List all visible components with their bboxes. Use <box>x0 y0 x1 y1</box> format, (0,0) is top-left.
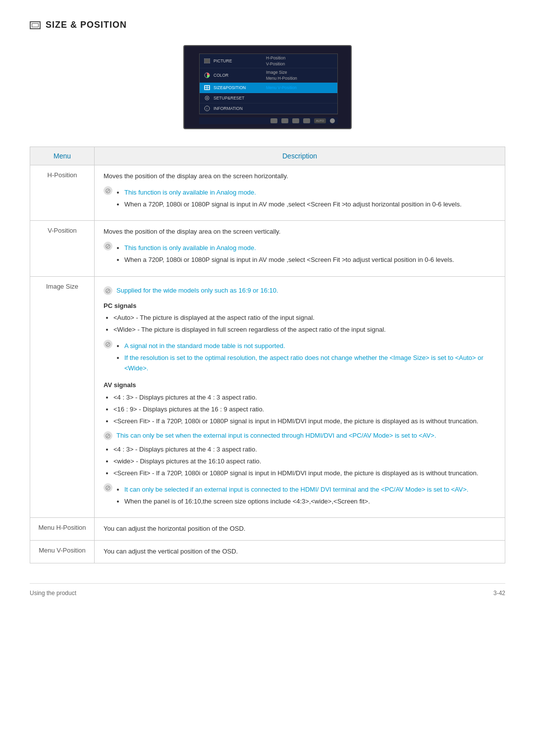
menu-cell-menu-h: Menu H-Position <box>30 518 95 541</box>
menu-cell-h-position: H-Position <box>30 165 95 221</box>
footer-right: 3-42 <box>493 590 505 597</box>
image-size-top-note-line: Supplied for the wide models only such a… <box>104 286 496 296</box>
table-row-v-position: V-Position Moves the position of the dis… <box>30 221 505 276</box>
osd-label-information: INFORMATION <box>214 106 263 111</box>
h-pos-intro: Moves the position of the display area o… <box>104 171 496 182</box>
size-icon-osd <box>204 84 211 91</box>
image-size-top-note: Supplied for the wide models only such a… <box>116 286 278 296</box>
note-icon-img-top <box>104 286 112 295</box>
pc-note2: If the resolution is set to the optimal … <box>124 354 483 372</box>
col-header-menu: Menu <box>30 147 95 165</box>
footer-left: Using the product <box>30 590 76 597</box>
page-title-area: SIZE & POSITION <box>30 20 505 30</box>
av2-bullet-wide: <wide> - Displays pictures at the 16:10 … <box>113 456 496 467</box>
v-pos-note-line: This function is only available in Analo… <box>104 241 496 267</box>
desc-cell-h-position: Moves the position of the display area o… <box>95 165 505 221</box>
osd-btn-auto: AUTO <box>314 118 326 123</box>
table-row-menu-h-position: Menu H-Position You can adjust the horiz… <box>30 518 505 541</box>
col-header-desc: Description <box>95 147 505 165</box>
menu-cell-menu-v: Menu V-Position <box>30 541 95 563</box>
color-icon <box>204 72 211 79</box>
av-bullet-169: <16 : 9> - Displays pictures at the 16 :… <box>113 404 496 415</box>
table-row-image-size: Image Size Supplied for the wide models … <box>30 276 505 518</box>
h-pos-note-line: This function is only available in Analo… <box>104 186 496 212</box>
av2-bullet-43: <4 : 3> - Displays pictures at the 4 : 3… <box>113 445 496 455</box>
note-icon-h1 <box>104 186 112 195</box>
osd-row-information: i INFORMATION <box>200 103 337 114</box>
page-title: SIZE & POSITION <box>46 20 127 30</box>
pc-bullet-auto: <Auto> - The picture is displayed at the… <box>113 313 496 323</box>
osd-row-picture: PICTURE H-Position V-Position <box>200 54 337 68</box>
monitor-display: PICTURE H-Position V-Position COLOR Imag… <box>183 45 352 129</box>
svg-text:i: i <box>207 107 208 110</box>
osd-submenu-h-position: H-Position <box>266 55 285 60</box>
desc-cell-menu-h: You can adjust the horizontal position o… <box>95 518 505 541</box>
note-icon-pc <box>104 340 112 349</box>
av-signals-label: AV signals <box>104 380 496 391</box>
pc-note-block: A signal not in the standard mode table … <box>104 339 496 375</box>
osd-item-imagesize: Image Size <box>266 70 297 75</box>
table-row-menu-v-position: Menu V-Position You can adjust the verti… <box>30 541 505 563</box>
size-position-icon <box>30 21 41 29</box>
pc-note-bullets: A signal not in the standard mode table … <box>116 339 496 375</box>
av-signals-bullets: <4 : 3> - Displays pictures at the 4 : 3… <box>104 393 496 426</box>
v-pos-720p-note: When a 720P, 1080i or 1080P signal is in… <box>124 255 454 265</box>
osd-item-menu-v: Menu V-Position <box>266 85 297 90</box>
final-note-bullets: It can only be selected if an external i… <box>116 483 469 509</box>
osd-btn-power <box>330 118 335 123</box>
info-icon-osd: i <box>204 105 211 112</box>
v-pos-intro: Moves the position of the display area o… <box>104 227 496 237</box>
svg-rect-1 <box>205 59 210 63</box>
av2-bullet-screenfit: <Screen Fit> - If a 720P, 1080i or 1080P… <box>113 468 496 479</box>
osd-bottom-bar: AUTO <box>199 117 338 124</box>
osd-row-size-position: SIZE&POSITION Menu V-Position <box>200 83 337 93</box>
pc-signals-label: PC signals <box>104 301 496 311</box>
osd-submenu-menu-v: Menu V-Position <box>266 85 297 90</box>
menu-cell-v-position: V-Position <box>30 221 95 276</box>
osd-submenu-v-position: V-Position <box>266 61 285 66</box>
h-pos-720p-note: When a 720P, 1080i or 1080P signal is in… <box>124 200 462 210</box>
note-icon-final <box>104 483 112 492</box>
av-bullet-43: <4 : 3> - Displays pictures at the 4 : 3… <box>113 393 496 403</box>
setup-icon-osd <box>204 95 211 101</box>
picture-icon <box>204 57 211 64</box>
final-note2: When the panel is of 16:10,the screen si… <box>124 498 370 505</box>
h-pos-analog-note: This function is only available in Analo… <box>124 189 256 196</box>
svg-point-7 <box>207 98 208 99</box>
pc-note1: A signal not in the standard mode table … <box>124 342 285 350</box>
note-icon-v1 <box>104 242 112 251</box>
monitor-screenshot-area: PICTURE H-Position V-Position COLOR Imag… <box>30 45 505 129</box>
desc-cell-menu-v: You can adjust the vertical position of … <box>95 541 505 563</box>
v-pos-analog-note: This function is only available in Analo… <box>124 244 256 252</box>
desc-cell-image-size: Supplied for the wide models only such a… <box>95 276 505 518</box>
menu-cell-image-size: Image Size <box>30 276 95 518</box>
osd-menu: PICTURE H-Position V-Position COLOR Imag… <box>199 53 338 114</box>
v-pos-bullet-note: This function is only available in Analo… <box>116 241 454 267</box>
osd-label-color: COLOR <box>214 73 263 78</box>
osd-submenu-right: H-Position V-Position <box>266 55 285 66</box>
table-row-h-position: H-Position Moves the position of the dis… <box>30 165 505 221</box>
osd-btn-down <box>281 118 288 123</box>
osd-btn-right <box>303 118 310 123</box>
osd-item-menu-h: Menu H-Position <box>266 76 297 81</box>
av-note-line: This can only be set when the external i… <box>104 431 496 441</box>
osd-btn-x <box>270 118 277 123</box>
osd-row-setup: SETUP&RESET <box>200 93 337 103</box>
h-pos-bullet-note: This function is only available in Analo… <box>116 186 462 212</box>
main-table: Menu Description H-Position Moves the po… <box>30 147 505 563</box>
av-bullet-screenfit: <Screen Fit> - If a 720P, 1080i or 1080P… <box>113 416 496 427</box>
osd-label-size-position: SIZE&POSITION <box>214 85 263 90</box>
final-note1: It can only be selected if an external i… <box>124 486 469 493</box>
pc-bullet-wide: <Wide> - The picture is displayed in ful… <box>113 325 496 335</box>
osd-label-picture: PICTURE <box>214 58 263 63</box>
note-icon-av <box>104 431 112 440</box>
osd-row-color: COLOR Image Size Menu H-Position <box>200 68 337 83</box>
osd-submenu-image-size: Image Size Menu H-Position <box>266 70 297 81</box>
final-note-block: It can only be selected if an external i… <box>104 483 496 509</box>
av-note: This can only be set when the external i… <box>116 431 436 441</box>
desc-cell-v-position: Moves the position of the display area o… <box>95 221 505 276</box>
footer: Using the product 3-42 <box>30 583 505 597</box>
osd-label-setup: SETUP&RESET <box>214 96 263 101</box>
pc-signals-bullets: <Auto> - The picture is displayed at the… <box>104 313 496 335</box>
av-bullets2: <4 : 3> - Displays pictures at the 4 : 3… <box>104 445 496 478</box>
